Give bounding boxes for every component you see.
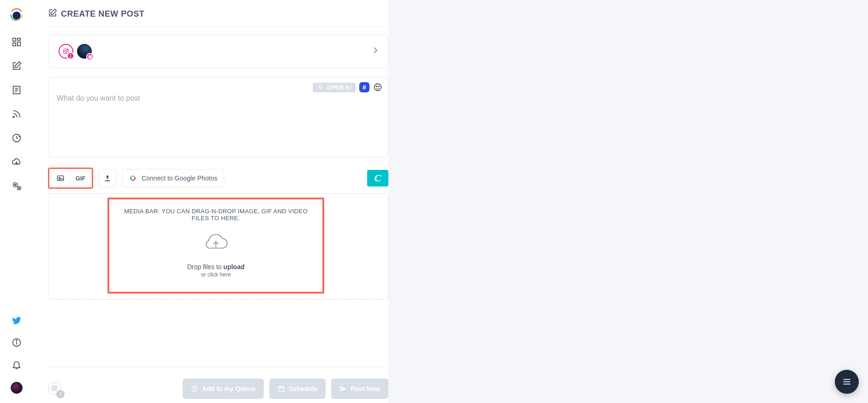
- instagram-badge-icon: [86, 53, 94, 60]
- page-title: CREATE NEW POST: [61, 9, 144, 19]
- add-to-queue-label: Add to my Queue: [202, 385, 256, 392]
- sidebar-twitter-icon[interactable]: [12, 315, 22, 325]
- app-logo[interactable]: [10, 8, 23, 21]
- svg-point-27: [59, 177, 60, 179]
- svg-point-25: [379, 86, 380, 87]
- media-toolbar: GIF Connect to Google Photos C: [48, 168, 388, 189]
- sidebar: [0, 0, 33, 403]
- openai-button[interactable]: OPEN AI: [313, 83, 356, 92]
- gif-type-button[interactable]: GIF: [71, 170, 91, 186]
- schedule-label: Schedule: [289, 385, 317, 392]
- google-photos-icon: [129, 174, 137, 182]
- dropzone-wrapper: MEDIA BAR: YOU CAN DRAG-N-DROP IMAGE, GI…: [48, 193, 388, 300]
- sidebar-recycle-icon[interactable]: [12, 133, 22, 143]
- compose-header-icon: [48, 8, 57, 19]
- sidebar-rss-icon[interactable]: [12, 109, 22, 119]
- svg-point-19: [65, 50, 67, 53]
- svg-point-23: [375, 84, 381, 91]
- cloud-upload-icon: [119, 234, 313, 255]
- image-type-button[interactable]: [50, 170, 71, 186]
- svg-rect-2: [18, 38, 20, 41]
- dropzone-heading: MEDIA BAR: YOU CAN DRAG-N-DROP IMAGE, GI…: [119, 208, 313, 222]
- svg-point-17: [16, 340, 17, 341]
- footer-count-badge: 1: [56, 390, 65, 398]
- dropzone-sub: or click here: [119, 271, 313, 278]
- svg-rect-32: [279, 386, 284, 391]
- svg-point-14: [19, 188, 20, 189]
- schedule-button[interactable]: Schedule: [269, 379, 326, 399]
- google-photos-button[interactable]: Connect to Google Photos: [122, 169, 224, 187]
- sidebar-info-icon[interactable]: [12, 337, 22, 348]
- google-photos-label: Connect to Google Photos: [142, 174, 217, 182]
- preview-panel: [388, 0, 868, 403]
- account-count-badge: 1: [67, 52, 74, 60]
- svg-point-9: [13, 116, 14, 118]
- svg-rect-4: [18, 42, 20, 46]
- sidebar-nav: [12, 37, 22, 191]
- account-selector[interactable]: 1: [48, 35, 388, 68]
- account-avatar-2[interactable]: [77, 44, 92, 59]
- svg-point-22: [89, 56, 91, 58]
- sidebar-settings-icon[interactable]: [12, 181, 22, 191]
- chevron-right-icon: [373, 47, 378, 56]
- canva-glyph: C: [375, 172, 381, 184]
- sidebar-compose-icon[interactable]: [12, 61, 22, 71]
- drop-prefix: Drop files to: [187, 263, 224, 271]
- footer-bar: 1 Add to my Queue Schedule Post Now: [48, 367, 388, 403]
- sidebar-dashboard-icon[interactable]: [12, 37, 22, 47]
- media-type-toggle: GIF: [48, 168, 93, 189]
- svg-point-20: [67, 49, 68, 50]
- hashtag-button[interactable]: #: [359, 82, 369, 92]
- compose-textarea[interactable]: [57, 84, 380, 149]
- openai-label: OPEN AI: [327, 84, 351, 91]
- sidebar-posts-icon[interactable]: [12, 85, 22, 95]
- page-header: CREATE NEW POST: [48, 8, 388, 27]
- canva-button[interactable]: C: [367, 170, 388, 186]
- dropzone-line: Drop files to upload: [119, 263, 313, 271]
- fab-menu-button[interactable]: [835, 370, 859, 394]
- svg-point-30: [56, 386, 56, 386]
- svg-point-29: [54, 387, 56, 389]
- media-dropzone[interactable]: MEDIA BAR: YOU CAN DRAG-N-DROP IMAGE, GI…: [107, 198, 324, 294]
- post-now-button[interactable]: Post Now: [331, 379, 388, 399]
- footer-account[interactable]: 1: [48, 382, 62, 396]
- emoji-button[interactable]: [373, 83, 382, 92]
- add-to-queue-button[interactable]: Add to my Queue: [183, 379, 264, 399]
- selected-accounts: 1: [59, 44, 92, 59]
- svg-point-0: [12, 12, 21, 20]
- post-now-label: Post Now: [351, 385, 380, 392]
- svg-point-12: [15, 184, 16, 186]
- svg-rect-1: [13, 38, 16, 41]
- svg-point-24: [376, 86, 377, 87]
- sidebar-bell-icon[interactable]: [12, 360, 22, 370]
- sidebar-download-icon[interactable]: [12, 157, 22, 167]
- sidebar-bottom: [11, 315, 23, 394]
- compose-card: OPEN AI #: [48, 77, 388, 157]
- gif-label: GIF: [76, 175, 86, 182]
- sidebar-user-avatar[interactable]: [11, 382, 23, 394]
- hashtag-glyph: #: [363, 84, 366, 91]
- main-column: CREATE NEW POST 1: [33, 0, 388, 403]
- account-avatar-1[interactable]: 1: [59, 44, 73, 59]
- upload-button[interactable]: [99, 169, 116, 187]
- drop-strong: upload: [223, 263, 244, 271]
- svg-rect-3: [13, 43, 16, 46]
